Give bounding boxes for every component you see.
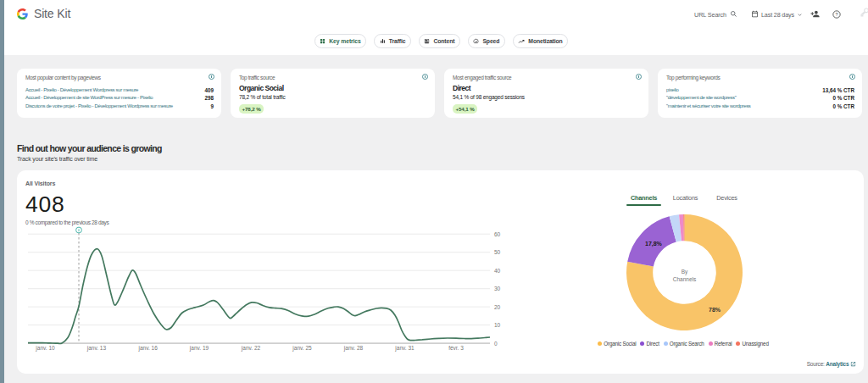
svg-text:janv. 25: janv. 25 — [292, 345, 312, 352]
svg-text:17,8%: 17,8% — [645, 241, 663, 247]
svg-text:60: 60 — [494, 231, 501, 237]
svg-text:févr. 3: févr. 3 — [448, 345, 464, 351]
svg-text:janv. 19: janv. 19 — [189, 345, 209, 352]
svg-text:janv. 10: janv. 10 — [35, 345, 55, 352]
svg-text:30: 30 — [494, 286, 501, 291]
svg-text:50: 50 — [494, 249, 501, 255]
svg-text:10: 10 — [494, 322, 501, 328]
svg-text:janv. 22: janv. 22 — [241, 345, 261, 352]
svg-text:40: 40 — [494, 268, 501, 274]
svg-text:0: 0 — [494, 341, 498, 347]
svg-text:janv. 13: janv. 13 — [86, 345, 107, 352]
svg-text:20: 20 — [494, 304, 501, 310]
svg-text:By: By — [682, 269, 688, 275]
svg-text:janv. 28: janv. 28 — [343, 345, 364, 352]
svg-text:78%: 78% — [709, 307, 721, 313]
svg-text:janv. 16: janv. 16 — [138, 345, 159, 352]
svg-text:janv. 31: janv. 31 — [394, 345, 415, 352]
svg-text:?: ? — [835, 11, 837, 16]
svg-text:Channels: Channels — [673, 276, 697, 282]
